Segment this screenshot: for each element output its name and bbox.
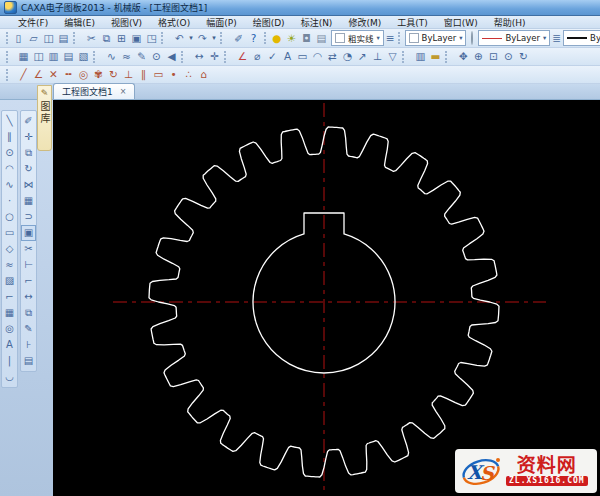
dim-datum-icon[interactable]: ⊥ [370,49,385,64]
paste-special-icon[interactable]: ◳ [144,31,159,46]
menu-dimension[interactable]: 标注(N) [293,16,341,29]
cut-icon[interactable]: ✂ [84,31,99,46]
document-tab[interactable]: 工程图文档1 × [53,83,135,99]
chamfer-icon[interactable]: ✎ [21,321,36,337]
redo-icon[interactable]: ↷ [195,31,210,46]
layer-lock-icon[interactable]: ◘ [299,31,314,46]
menu-modify[interactable]: 修改(M) [340,16,389,29]
param-bar-icon[interactable]: ▤ [61,49,76,64]
zoom-in-icon[interactable]: ⊕ [471,49,486,64]
grid-icon[interactable]: ▦ [2,305,17,321]
rotate-copy-icon[interactable]: ↻ [106,67,121,82]
wave-icon[interactable]: ≈ [2,257,17,273]
quick-line-icon[interactable]: ╱ [16,67,31,82]
paste-icon[interactable]: ▣ [129,31,144,46]
menu-view[interactable]: 视图(V) [103,16,150,29]
point-icon[interactable]: • [166,67,181,82]
dim-linear-icon[interactable]: ↔ [192,49,207,64]
label-icon[interactable]: ◎ [2,321,17,337]
color-wheel-icon[interactable] [471,31,473,45]
menu-window[interactable]: 窗口(W) [436,16,486,29]
handbook-icon[interactable]: ▥ [413,49,428,64]
paper-setup-icon[interactable]: ▦ [16,49,31,64]
ellipse-icon[interactable]: ○ [2,209,17,225]
menu-tools[interactable]: 工具(T) [389,16,436,29]
fillet-icon[interactable]: ⌐ [2,289,17,305]
dim-roughness-icon[interactable]: ▽ [385,49,400,64]
concentric-circle-icon[interactable]: ◎ [76,67,91,82]
text-icon[interactable]: A [2,337,17,353]
copy-with-basepoint-icon[interactable]: ⊞ [114,31,129,46]
library-panel-tab[interactable]: ✎ 图库 [37,85,52,151]
lineweight-combo[interactable]: ByLayer [563,30,600,46]
menu-help[interactable]: 帮助(H) [486,16,534,29]
redo-dropdown-icon[interactable]: ▾ [210,31,218,46]
menu-edit[interactable]: 编辑(E) [56,16,103,29]
parallel-line-icon[interactable]: ∥ [2,129,17,145]
arc-icon[interactable]: ◠ [2,161,17,177]
format-brush-icon[interactable]: ✐ [231,31,246,46]
select-frame-icon[interactable]: ▣ [21,225,36,241]
move-icon[interactable]: ✛ [21,129,36,145]
offset-icon[interactable]: ⊃ [21,209,36,225]
mirror-icon[interactable]: ⋈ [21,177,36,193]
dim-check-icon[interactable]: ✓ [265,49,280,64]
save-icon[interactable]: ◫ [41,31,56,46]
note-box-icon[interactable]: ▭ [151,67,166,82]
measure-tool-icon[interactable]: ▬ [428,49,443,64]
hatch-icon[interactable]: ▨ [2,273,17,289]
pan-tool-icon[interactable]: ✥ [456,49,471,64]
dim-frame-icon[interactable]: ▭ [295,49,310,64]
parallel-icon[interactable]: ∥ [136,67,151,82]
layer-freeze-icon[interactable]: ☀ [284,31,299,46]
zoom-rotate-icon[interactable]: ↻ [516,49,531,64]
wave-line-icon[interactable]: ∿ [104,49,119,64]
zoom-all-icon[interactable]: ⊙ [501,49,516,64]
dim-pie-icon[interactable]: ◔ [340,49,355,64]
point-tool-icon[interactable]: · [2,193,17,209]
undo-icon[interactable]: ↶ [172,31,187,46]
drawing-canvas[interactable]: X S 资料网 ZL.XS1616.COM [53,100,600,496]
perpendicular-icon[interactable]: ⊥ [121,67,136,82]
polygon-icon[interactable]: ◇ [2,241,17,257]
layer-combo[interactable]: 粗实线 ▾ [331,30,384,46]
layer-print-icon[interactable]: ▤ [314,31,329,46]
circle-icon[interactable]: ⊙ [2,145,17,161]
lasso-icon[interactable]: ◡ [2,369,17,385]
dim-angle-icon[interactable]: ∠ [235,49,250,64]
erase-assist-icon[interactable]: ✕ [46,67,61,82]
scatter-icon[interactable]: ∴ [181,67,196,82]
trim-icon[interactable]: ✂ [21,241,36,257]
dim-coordinate-icon[interactable]: ✛ [207,49,222,64]
layer-manager-icon[interactable]: ≡ [386,31,395,46]
copy-icon[interactable]: ⧉ [99,31,114,46]
baseline-icon[interactable]: | [2,353,17,369]
layer-visibility-icon[interactable]: ● [269,31,284,46]
centerline-icon[interactable]: ╍ [61,67,76,82]
help-icon[interactable]: ? [246,31,261,46]
break-line-icon[interactable]: ≈ [119,49,134,64]
angle-line-icon[interactable]: ∠ [31,67,46,82]
menu-paper[interactable]: 幅面(P) [198,16,244,29]
stretch-icon[interactable]: ↔ [21,289,36,305]
stack-copy-icon[interactable]: ⧉ [21,305,36,321]
rotate-icon[interactable]: ↻ [21,161,36,177]
detail-view-icon[interactable]: ⊙ [149,49,164,64]
linetype-combo[interactable]: ByLayer ▾ [478,30,550,46]
plot-icon[interactable]: ▤ [21,353,36,369]
loudspeaker-icon[interactable]: ◀ [164,49,179,64]
open-file-icon[interactable]: ▱ [26,31,41,46]
menu-file[interactable]: 文件(F) [10,16,56,29]
corner-icon[interactable]: ⌐ [21,273,36,289]
pick-brush-icon[interactable]: ✐ [21,113,36,129]
dim-edit-icon[interactable]: ⊦ [21,337,36,353]
linetype-manager-icon[interactable]: ≣ [552,31,561,46]
zoom-window-icon[interactable]: ⊡ [486,49,501,64]
bolt-circle-icon[interactable]: ✾ [91,67,106,82]
line-icon[interactable]: ╲ [2,113,17,129]
rectangle-icon[interactable]: ▭ [2,225,17,241]
undo-dropdown-icon[interactable]: ▾ [187,31,195,46]
spline-icon[interactable]: ∿ [2,177,17,193]
menu-draw[interactable]: 绘图(D) [245,16,293,29]
drawing-frame-icon[interactable]: ◫ [31,49,46,64]
